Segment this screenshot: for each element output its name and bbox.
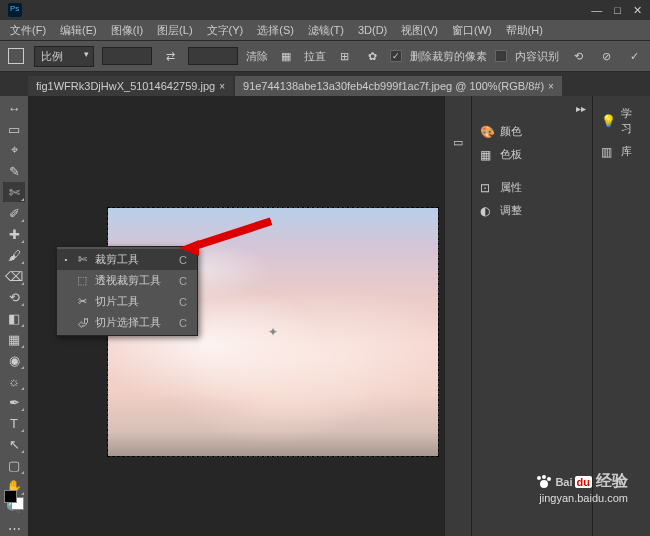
menu-bar: 文件(F)编辑(E)图像(I)图层(L)文字(Y)选择(S)滤镜(T)3D(D)… [0, 20, 650, 40]
brush-tool[interactable]: 🖌 [3, 245, 25, 265]
canvas-area[interactable]: ✦ •✄裁剪工具C⬚透视裁剪工具C✂切片工具C⮰切片选择工具C [28, 96, 444, 536]
shortcut-label: C [167, 296, 187, 308]
menu-item[interactable]: 窗口(W) [446, 21, 498, 40]
tab-close-icon[interactable]: × [548, 81, 554, 92]
document-tab[interactable]: fig1WFRk3DjHwX_51014642759.jpg× [28, 76, 233, 96]
crop-tool-flyout: •✄裁剪工具C⬚透视裁剪工具C✂切片工具C⮰切片选择工具C [56, 246, 198, 336]
history-panel-icon[interactable]: ▭ [453, 136, 463, 149]
menu-item[interactable]: 图像(I) [105, 21, 149, 40]
menu-item[interactable]: 3D(D) [352, 22, 393, 38]
stamp-tool[interactable]: ⌫ [3, 266, 25, 286]
history-brush-tool[interactable]: ⟲ [3, 287, 25, 307]
pen-tool[interactable]: ✒ [3, 392, 25, 412]
minimize-button[interactable]: — [591, 4, 602, 17]
properties-panel-tab[interactable]: ⊡属性 [472, 176, 592, 199]
healing-tool[interactable]: ✚ [3, 224, 25, 244]
flyout-item[interactable]: •✄裁剪工具C [57, 249, 197, 270]
menu-item[interactable]: 选择(S) [251, 21, 300, 40]
flyout-item[interactable]: ⮰切片选择工具C [57, 312, 197, 333]
reset-icon[interactable]: ⟲ [568, 47, 588, 65]
straighten-icon[interactable]: ▦ [276, 47, 296, 65]
marquee-tool[interactable]: ▭ [3, 119, 25, 139]
maximize-button[interactable]: □ [614, 4, 621, 17]
app-logo-icon [8, 3, 22, 17]
right-panel-strip: 💡学习 ▥库 [592, 96, 650, 536]
flyout-label: 切片工具 [95, 294, 139, 309]
content-aware-label: 内容识别 [515, 49, 559, 64]
tool-icon: ⮰ [75, 317, 89, 329]
adjustments-icon: ◐ [480, 204, 494, 218]
swatches-panel-tab[interactable]: ▦色板 [472, 143, 592, 166]
collapsed-panel-strip: ▭ [444, 96, 472, 536]
shortcut-label: C [167, 275, 187, 287]
menu-item[interactable]: 文字(Y) [201, 21, 250, 40]
swatches-icon: ▦ [480, 148, 494, 162]
libraries-panel-tab[interactable]: ▥库 [593, 140, 650, 163]
menu-item[interactable]: 图层(L) [151, 21, 198, 40]
menu-item[interactable]: 帮助(H) [500, 21, 549, 40]
active-dot-icon: • [63, 255, 69, 264]
delete-cropped-checkbox[interactable] [390, 50, 402, 62]
width-input[interactable] [102, 47, 152, 65]
libraries-icon: ▥ [601, 145, 615, 159]
bulb-icon: 💡 [601, 114, 615, 128]
tool-icon: ⬚ [75, 274, 89, 287]
tools-panel: ↔▭⌖✎✄✐✚🖌⌫⟲◧▦◉☼✒T↖▢✋🔍⋯ [0, 96, 28, 536]
tool-icon: ✄ [75, 253, 89, 266]
tab-close-icon[interactable]: × [219, 81, 225, 92]
quick-select-tool[interactable]: ✎ [3, 161, 25, 181]
ratio-dropdown[interactable]: 比例 [34, 46, 94, 67]
learn-panel-tab[interactable]: 💡学习 [593, 102, 650, 140]
document-tab[interactable]: 91e744138abe13a30feb4cb999f1ac7f.jpeg @ … [235, 76, 562, 96]
panel-collapse-button[interactable]: ▸▸ [472, 96, 592, 120]
clear-button[interactable]: 清除 [246, 49, 268, 64]
eraser-tool[interactable]: ◧ [3, 308, 25, 328]
flyout-item[interactable]: ✂切片工具C [57, 291, 197, 312]
tool-icon: ✂ [75, 295, 89, 308]
flyout-label: 切片选择工具 [95, 315, 161, 330]
crop-tool[interactable]: ✄ [3, 182, 25, 202]
dodge-tool[interactable]: ☼ [3, 371, 25, 391]
panels-area: ▭ ▸▸ 🎨颜色 ▦色板 ⊡属性 ◐调整 [444, 96, 592, 536]
content-aware-checkbox[interactable] [495, 50, 507, 62]
menu-item[interactable]: 文件(F) [4, 21, 52, 40]
tab-label: 91e744138abe13a30feb4cb999f1ac7f.jpeg @ … [243, 80, 544, 92]
watermark: Baidu经验 jingyan.baidu.com [535, 471, 628, 504]
straighten-label: 拉直 [304, 49, 326, 64]
close-button[interactable]: ✕ [633, 4, 642, 17]
menu-item[interactable]: 滤镜(T) [302, 21, 350, 40]
menu-item[interactable]: 编辑(E) [54, 21, 103, 40]
crop-tool-icon[interactable] [6, 47, 26, 65]
overlay-options-icon[interactable]: ⊞ [334, 47, 354, 65]
color-swatches[interactable] [4, 490, 24, 510]
path-select-tool[interactable]: ↖ [3, 434, 25, 454]
tab-label: fig1WFRk3DjHwX_51014642759.jpg [36, 80, 215, 92]
menu-item[interactable]: 视图(V) [395, 21, 444, 40]
color-panel-tab[interactable]: 🎨颜色 [472, 120, 592, 143]
window-controls: — □ ✕ [591, 4, 642, 17]
flyout-item[interactable]: ⬚透视裁剪工具C [57, 270, 197, 291]
move-tool[interactable]: ↔ [3, 98, 25, 118]
blur-tool[interactable]: ◉ [3, 350, 25, 370]
cancel-crop-icon[interactable]: ⊘ [596, 47, 616, 65]
height-input[interactable] [188, 47, 238, 65]
foreground-color[interactable] [4, 490, 17, 503]
options-bar: 比例 ⇄ 清除 ▦ 拉直 ⊞ ✿ 删除裁剪的像素 内容识别 ⟲ ⊘ ✓ [0, 40, 650, 72]
palette-icon: 🎨 [480, 125, 494, 139]
edit-toolbar[interactable]: ⋯ [3, 518, 25, 536]
swap-dimensions-button[interactable]: ⇄ [160, 47, 180, 65]
shortcut-label: C [167, 317, 187, 329]
crop-options-icon[interactable]: ✿ [362, 47, 382, 65]
type-tool[interactable]: T [3, 413, 25, 433]
lasso-tool[interactable]: ⌖ [3, 140, 25, 160]
eyedropper-tool[interactable]: ✐ [3, 203, 25, 223]
commit-crop-icon[interactable]: ✓ [624, 47, 644, 65]
flyout-label: 透视裁剪工具 [95, 273, 161, 288]
title-bar: — □ ✕ [0, 0, 650, 20]
gradient-tool[interactable]: ▦ [3, 329, 25, 349]
shape-tool[interactable]: ▢ [3, 455, 25, 475]
properties-icon: ⊡ [480, 181, 494, 195]
delete-cropped-label: 删除裁剪的像素 [410, 49, 487, 64]
flyout-label: 裁剪工具 [95, 252, 139, 267]
adjustments-panel-tab[interactable]: ◐调整 [472, 199, 592, 222]
